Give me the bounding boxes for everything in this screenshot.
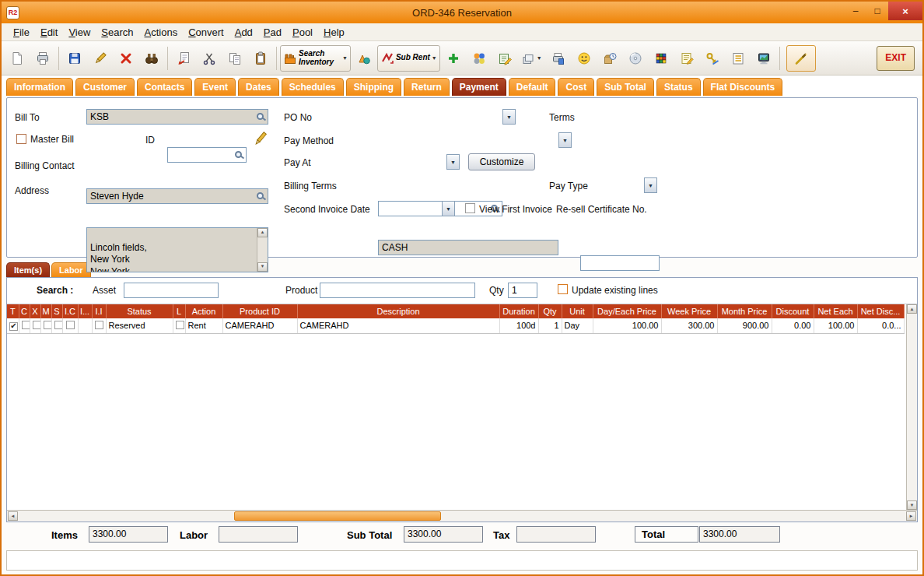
- second-invoice-date-dropdown[interactable]: ▼: [442, 201, 455, 216]
- bill-to-field[interactable]: KSB: [86, 109, 268, 125]
- search-icon[interactable]: [235, 151, 242, 158]
- search-icon[interactable]: [257, 192, 264, 199]
- export-document-button[interactable]: [171, 45, 196, 72]
- row-checkbox-l[interactable]: [176, 321, 184, 329]
- update-existing-lines-checkbox[interactable]: [558, 284, 568, 294]
- menu-view[interactable]: View: [63, 25, 96, 40]
- column-header-s[interactable]: S: [51, 304, 62, 318]
- column-header-unit[interactable]: Unit: [562, 304, 593, 318]
- tab-flat-discounts[interactable]: Flat Discounts: [703, 78, 783, 96]
- table-row[interactable]: ✔ReservedRentCAMERAHDCAMERAHD100d1Day100…: [7, 318, 904, 333]
- edit-button[interactable]: [88, 45, 113, 72]
- column-header-discount[interactable]: Discount: [772, 304, 814, 318]
- scroll-right-icon[interactable]: ►: [906, 511, 916, 521]
- customize-button[interactable]: Customize: [468, 153, 535, 170]
- menu-edit[interactable]: Edit: [35, 25, 63, 40]
- scroll-down-icon[interactable]: ▼: [907, 500, 917, 510]
- media-button[interactable]: [623, 45, 648, 72]
- column-header-c[interactable]: C: [19, 304, 30, 318]
- po-no-dropdown[interactable]: ▼: [502, 109, 516, 125]
- menu-pool[interactable]: Pool: [287, 25, 318, 40]
- row-checkbox-i-i[interactable]: [95, 321, 103, 329]
- qty-input[interactable]: 1: [508, 283, 537, 298]
- menu-pad[interactable]: Pad: [258, 25, 287, 40]
- column-header-net-disc[interactable]: Net Disc...: [857, 304, 904, 318]
- scrollbar-thumb[interactable]: [234, 511, 441, 521]
- items-tab-item-s[interactable]: Item(s): [6, 262, 50, 277]
- pay-at-dropdown[interactable]: ▼: [446, 154, 460, 170]
- row-checkbox-t[interactable]: ✔: [9, 322, 18, 331]
- cell-m[interactable]: [40, 318, 51, 333]
- customer-button[interactable]: [572, 45, 597, 72]
- column-header-action[interactable]: Action: [185, 304, 222, 318]
- column-header-l[interactable]: L: [173, 304, 185, 318]
- cell-l[interactable]: [173, 318, 185, 333]
- exit-button[interactable]: EXIT: [877, 46, 915, 71]
- tab-default[interactable]: Default: [509, 78, 556, 96]
- view-first-invoice-checkbox[interactable]: [465, 203, 475, 213]
- cell-t[interactable]: ✔: [7, 318, 19, 333]
- duplicate-button[interactable]: ▼: [518, 45, 545, 72]
- column-header-i-c[interactable]: I.C: [62, 304, 78, 318]
- tab-event[interactable]: Event: [194, 78, 236, 96]
- cell-s[interactable]: [51, 318, 62, 333]
- column-header-m[interactable]: M: [40, 304, 51, 318]
- pay-method-dropdown[interactable]: ▼: [558, 132, 572, 148]
- pay-method-reference-field[interactable]: [580, 255, 660, 271]
- pay-method-select[interactable]: CASH: [378, 240, 558, 255]
- print-button[interactable]: [30, 45, 55, 72]
- column-header-i[interactable]: I...: [78, 304, 92, 318]
- tab-customer[interactable]: Customer: [75, 78, 135, 96]
- cell-i-i[interactable]: [92, 318, 106, 333]
- paste-button[interactable]: [248, 45, 273, 72]
- terminal-button[interactable]: [751, 45, 776, 72]
- close-button[interactable]: ×: [888, 2, 922, 20]
- search-inventory-button[interactable]: Search Inventory▼: [280, 45, 351, 72]
- menu-file[interactable]: File: [8, 25, 35, 40]
- minimize-button[interactable]: –: [845, 2, 866, 20]
- menu-actions[interactable]: Actions: [139, 25, 184, 40]
- security-button[interactable]: [700, 45, 725, 72]
- menu-convert[interactable]: Convert: [183, 25, 229, 40]
- row-checkbox-m[interactable]: [44, 321, 52, 329]
- column-header-net-each[interactable]: Net Each: [814, 304, 857, 318]
- column-header-x[interactable]: X: [30, 304, 40, 318]
- groups-button[interactable]: [467, 45, 492, 72]
- add-line-button[interactable]: [441, 45, 466, 72]
- column-header-month-price[interactable]: Month Price: [717, 304, 772, 318]
- tab-payment[interactable]: Payment: [452, 78, 506, 96]
- column-header-t[interactable]: T: [7, 304, 19, 318]
- column-header-week-price[interactable]: Week Price: [661, 304, 717, 318]
- items-tab-labor[interactable]: Labor: [51, 262, 91, 277]
- scroll-up-icon[interactable]: ▲: [907, 304, 917, 314]
- row-checkbox-s[interactable]: [54, 321, 63, 329]
- sign-button[interactable]: [786, 45, 816, 72]
- edit-pencil-icon[interactable]: [253, 130, 268, 147]
- search-icon[interactable]: [257, 113, 264, 120]
- column-header-product-id[interactable]: Product ID: [222, 304, 297, 318]
- column-header-description[interactable]: Description: [297, 304, 499, 318]
- cell-x[interactable]: [30, 318, 40, 333]
- availability-button[interactable]: [597, 45, 622, 72]
- scroll-left-icon[interactable]: ◄: [8, 511, 18, 521]
- asset-input[interactable]: [124, 283, 219, 298]
- tab-status[interactable]: Status: [656, 78, 701, 96]
- column-header-duration[interactable]: Duration: [499, 304, 538, 318]
- cell-c[interactable]: [19, 318, 30, 333]
- tab-contacts[interactable]: Contacts: [137, 78, 192, 96]
- tab-schedules[interactable]: Schedules: [282, 78, 344, 96]
- row-checkbox-i-c[interactable]: [66, 321, 75, 329]
- row-checkbox-c[interactable]: [22, 321, 30, 329]
- column-header-status[interactable]: Status: [106, 304, 173, 318]
- notes-button[interactable]: [674, 45, 699, 72]
- find-button[interactable]: [139, 45, 164, 72]
- scroll-down-icon[interactable]: ▼: [257, 262, 268, 272]
- menu-add[interactable]: Add: [229, 25, 258, 40]
- new-button[interactable]: [5, 45, 30, 72]
- maximize-button[interactable]: □: [866, 2, 888, 20]
- id-field[interactable]: [167, 147, 247, 163]
- master-bill-checkbox[interactable]: [16, 134, 26, 144]
- scroll-up-icon[interactable]: ▲: [257, 228, 268, 237]
- address-field[interactable]: Lincoln fields, New York New York ▲ ▼: [86, 227, 268, 272]
- row-checkbox-x[interactable]: [33, 321, 41, 329]
